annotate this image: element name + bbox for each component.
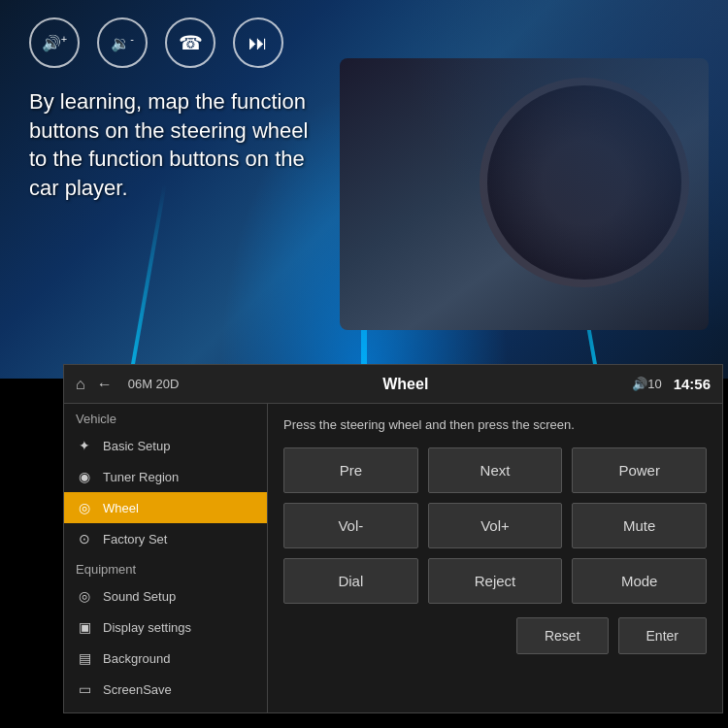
sidebar-section-equipment: Equipment (64, 554, 267, 580)
sidebar-item-sound-setup[interactable]: ◎ Sound Setup (64, 580, 267, 612)
screensave-icon: ▭ (76, 681, 93, 697)
page-title: Wheel (190, 376, 620, 393)
wheel-main-content: Press the steering wheel and then press … (268, 404, 722, 712)
action-buttons-row: Reset Enter (283, 617, 707, 654)
date-display: 06M 20D (128, 377, 180, 391)
mode-button[interactable]: Mode (572, 558, 707, 604)
steering-wheel-image (340, 58, 709, 330)
factory-icon: ⊙ (76, 531, 93, 546)
background-label: Background (103, 651, 170, 666)
display-icon: ▣ (76, 619, 93, 635)
wheel-label: Wheel (103, 501, 139, 515)
sidebar-item-wheel[interactable]: ◎ Wheel (64, 492, 267, 523)
description-text: By learning, map the function buttons on… (29, 87, 311, 203)
home-icon[interactable]: ⌂ (76, 376, 85, 393)
volume-display: 🔊10 (632, 377, 661, 391)
next-button[interactable]: Next (428, 447, 563, 493)
beam-left (128, 184, 166, 379)
top-bar: ⌂ ← 06M 20D Wheel 🔊10 14:56 (64, 365, 722, 404)
dial-button[interactable]: Dial (283, 558, 418, 604)
vol-plus-button[interactable]: Vol+ (428, 503, 563, 548)
pre-button[interactable]: Pre (283, 447, 418, 493)
power-button[interactable]: Power (572, 447, 707, 493)
tuner-icon: ◉ (76, 469, 93, 484)
display-settings-label: Display settings (103, 620, 191, 635)
wheel-icon: ◎ (76, 500, 93, 515)
skip-forward-icon[interactable]: ⏭ (233, 17, 283, 68)
tuner-region-label: Tuner Region (103, 470, 179, 484)
top-icons-row: 🔊+ 🔉- ☎ ⏭ (29, 17, 283, 68)
sound-icon: ◎ (76, 588, 93, 604)
sidebar-item-tuner-region[interactable]: ◉ Tuner Region (64, 461, 267, 492)
time-display: 14:56 (674, 376, 711, 392)
enter-button[interactable]: Enter (618, 617, 707, 654)
sidebar-item-display-settings[interactable]: ▣ Display settings (64, 612, 267, 643)
mute-button[interactable]: Mute (572, 503, 707, 548)
factory-set-label: Factory Set (103, 532, 167, 546)
main-panel: ⌂ ← 06M 20D Wheel 🔊10 14:56 Vehicle ✦ Ba… (63, 364, 723, 713)
sidebar-item-factory-set[interactable]: ⊙ Factory Set (64, 523, 267, 554)
beam-right (561, 184, 599, 379)
vol-down-icon[interactable]: 🔉- (97, 17, 148, 68)
vol-up-icon[interactable]: 🔊+ (29, 17, 80, 68)
basic-setup-icon: ✦ (76, 438, 93, 453)
background-icon: ▤ (76, 650, 93, 666)
phone-icon[interactable]: ☎ (165, 17, 215, 68)
sidebar-item-screensave[interactable]: ▭ ScreenSave (64, 674, 267, 705)
sidebar: Vehicle ✦ Basic Setup ◉ Tuner Region ◎ W… (64, 404, 268, 712)
content-area: Vehicle ✦ Basic Setup ◉ Tuner Region ◎ W… (64, 404, 722, 712)
instruction-text: Press the steering wheel and then press … (283, 417, 707, 432)
beam-center (361, 136, 367, 379)
screensave-label: ScreenSave (103, 682, 172, 697)
basic-setup-label: Basic Setup (103, 439, 170, 453)
sidebar-item-background[interactable]: ▤ Background (64, 643, 267, 674)
reset-button[interactable]: Reset (516, 617, 609, 654)
sidebar-item-basic-setup[interactable]: ✦ Basic Setup (64, 430, 267, 461)
reject-button[interactable]: Reject (428, 558, 563, 604)
wheel-button-grid: Pre Next Power Vol- Vol+ Mute Dial Rejec… (283, 447, 707, 604)
vol-minus-button[interactable]: Vol- (283, 503, 418, 548)
back-icon[interactable]: ← (97, 376, 113, 393)
sound-setup-label: Sound Setup (103, 589, 176, 604)
sidebar-section-vehicle: Vehicle (64, 404, 267, 430)
